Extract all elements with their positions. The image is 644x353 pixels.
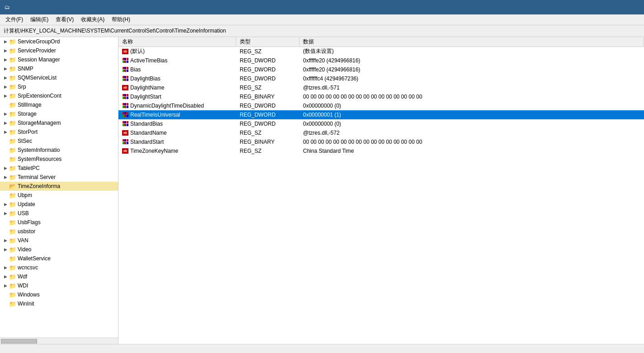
- menu-file[interactable]: 文件(F): [2, 15, 27, 24]
- table-row[interactable]: abDaylightNameREG_SZ@tzres.dll,-571: [118, 83, 644, 92]
- tree-expand-icon[interactable]: [2, 101, 9, 108]
- app-icon: 🗂: [4, 4, 11, 11]
- tree-item[interactable]: 📁usbstor: [0, 227, 118, 236]
- tree-item[interactable]: 📁WalletService: [0, 254, 118, 263]
- col-header-name[interactable]: 名称: [118, 37, 236, 47]
- tree-item[interactable]: ▶📁Storage: [0, 109, 118, 118]
- table-row[interactable]: ActiveTimeBiasREG_DWORD0xfffffe20 (42949…: [118, 56, 644, 65]
- col-header-type[interactable]: 类型: [236, 37, 299, 47]
- table-row[interactable]: DynamicDaylightTimeDisabledREG_DWORD0x00…: [118, 101, 644, 110]
- menu-view[interactable]: 查看(V): [52, 15, 77, 24]
- maximize-button[interactable]: [599, 0, 620, 14]
- folder-icon: 📁: [9, 138, 16, 144]
- tree-item[interactable]: ▶📁StorPort: [0, 127, 118, 136]
- tree-item[interactable]: 📁SystemResources: [0, 155, 118, 164]
- tree-item[interactable]: 📁Windows: [0, 290, 118, 299]
- address-path: 计算机\HKEY_LOCAL_MACHINE\SYSTEM\CurrentCon…: [4, 27, 226, 35]
- table-row[interactable]: RealTimeIsUniversalREG_DWORD0x00000001 (…: [118, 110, 644, 119]
- table-row[interactable]: abStandardNameREG_SZ@tzres.dll,-572: [118, 128, 644, 137]
- table-row[interactable]: DaylightBiasREG_DWORD0xffffffc4 (4294967…: [118, 74, 644, 83]
- tree-item[interactable]: ▶📁TabletPC: [0, 164, 118, 173]
- tree-expand-icon[interactable]: ▶: [2, 128, 9, 136]
- tree-expand-icon[interactable]: ▶: [2, 47, 9, 54]
- tree-container[interactable]: ▶📁ServiceGroupOrd▶📁ServiceProvider▶📁Sess…: [0, 37, 118, 338]
- tree-expand-icon[interactable]: [2, 137, 9, 145]
- tree-item-label: Ubpm: [18, 192, 32, 198]
- tree-expand-icon[interactable]: [2, 155, 9, 163]
- folder-icon: 📁: [9, 201, 16, 207]
- table-row[interactable]: BiasREG_DWORD0xfffffe20 (4294966816): [118, 65, 644, 74]
- tree-expand-icon[interactable]: ▶: [2, 174, 9, 181]
- tree-item-label: VAN: [18, 237, 28, 244]
- tree-expand-icon[interactable]: ▶: [2, 38, 9, 45]
- table-cell-name: abTimeZoneKeyName: [118, 146, 236, 155]
- folder-icon: 📁: [9, 38, 16, 45]
- tree-item[interactable]: 📁StSec: [0, 136, 118, 146]
- tree-expand-icon[interactable]: [2, 300, 9, 307]
- minimize-button[interactable]: [578, 0, 599, 14]
- menu-edit[interactable]: 编辑(E): [27, 15, 52, 24]
- tree-expand-icon[interactable]: ▶: [2, 92, 9, 99]
- tree-item[interactable]: 📁StillImage: [0, 100, 118, 109]
- tree-expand-icon[interactable]: ▶: [2, 74, 9, 81]
- tree-expand-icon[interactable]: ▶: [2, 273, 9, 280]
- tree-item[interactable]: ▶📁Srp: [0, 82, 118, 91]
- tree-item[interactable]: ▶📁SrpExtensionCont: [0, 91, 118, 100]
- tree-expand-icon[interactable]: ▶: [2, 246, 9, 253]
- tree-item[interactable]: ▶📁SQMServiceList: [0, 73, 118, 82]
- tree-item[interactable]: ▶📁WDI: [0, 281, 118, 290]
- tree-item[interactable]: 📁SystemInformatio: [0, 146, 118, 155]
- tree-item[interactable]: ▶📁StorageManagem: [0, 118, 118, 127]
- tree-expand-icon[interactable]: [2, 255, 9, 262]
- tree-item[interactable]: 📁UsbFlags: [0, 218, 118, 227]
- menu-favorites[interactable]: 收藏夹(A): [77, 15, 108, 24]
- tree-expand-icon[interactable]: ▶: [2, 56, 9, 63]
- tree-item[interactable]: ▶📁SNMP: [0, 64, 118, 73]
- tree-item[interactable]: ▶📁ServiceGroupOrd: [0, 37, 118, 46]
- tree-item[interactable]: ▶📁USB: [0, 209, 118, 218]
- table-body[interactable]: ab(默认)REG_SZ(数值未设置)ActiveTimeBiasREG_DWO…: [118, 47, 644, 344]
- folder-icon: 📁: [9, 129, 16, 135]
- tree-expand-icon[interactable]: ▶: [2, 282, 9, 289]
- tree-expand-icon[interactable]: [2, 291, 9, 298]
- table-row[interactable]: ab(默认)REG_SZ(数值未设置): [118, 47, 644, 56]
- tree-expand-icon[interactable]: ▶: [2, 110, 9, 118]
- reg-name-text: DaylightName: [130, 85, 164, 91]
- tree-item[interactable]: 📁Ubpm: [0, 191, 118, 200]
- col-header-data[interactable]: 数据: [299, 37, 644, 47]
- tree-hscroll[interactable]: [0, 338, 118, 344]
- tree-expand-icon[interactable]: ▶: [2, 119, 9, 127]
- tree-item[interactable]: ▶📁wcncsvc: [0, 263, 118, 272]
- tree-item-label: ServiceProvider: [18, 47, 56, 54]
- tree-expand-icon[interactable]: ▶: [2, 210, 9, 217]
- table-row[interactable]: StandardStartREG_BINARY00 00 00 00 00 00…: [118, 137, 644, 146]
- tree-item[interactable]: ▶📁ServiceProvider: [0, 46, 118, 55]
- tree-expand-icon[interactable]: [2, 183, 9, 190]
- table-row[interactable]: abTimeZoneKeyNameREG_SZChina Standard Ti…: [118, 146, 644, 155]
- tree-item[interactable]: ▶📁VAN: [0, 236, 118, 245]
- hscroll-thumb[interactable]: [1, 339, 37, 344]
- table-row[interactable]: StandardBiasREG_DWORD0x00000000 (0): [118, 119, 644, 128]
- table-row[interactable]: DaylightStartREG_BINARY00 00 00 00 00 00…: [118, 92, 644, 101]
- tree-expand-icon[interactable]: [2, 146, 9, 154]
- tree-expand-icon[interactable]: [2, 192, 9, 199]
- tree-expand-icon[interactable]: [2, 219, 9, 226]
- tree-expand-icon[interactable]: [2, 228, 9, 235]
- tree-expand-icon[interactable]: ▶: [2, 264, 9, 271]
- tree-item[interactable]: ▶📁Session Manager: [0, 55, 118, 64]
- tree-item[interactable]: ▶📁Update: [0, 200, 118, 209]
- tree-item[interactable]: 📂TimeZoneInforma: [0, 182, 118, 191]
- tree-item[interactable]: 📁WinInit: [0, 299, 118, 308]
- tree-expand-icon[interactable]: ▶: [2, 237, 9, 244]
- tree-item[interactable]: ▶📁Terminal Server: [0, 173, 118, 182]
- close-button[interactable]: [620, 0, 640, 14]
- folder-icon: 📁: [9, 174, 16, 180]
- tree-expand-icon[interactable]: ▶: [2, 65, 9, 72]
- tree-item[interactable]: ▶📁Video: [0, 245, 118, 254]
- tree-expand-icon[interactable]: ▶: [2, 165, 9, 172]
- tree-expand-icon[interactable]: ▶: [2, 83, 9, 90]
- right-panel: 名称 类型 数据 ab(默认)REG_SZ(数值未设置)ActiveTimeBi…: [118, 37, 644, 344]
- menu-help[interactable]: 帮助(H): [108, 15, 134, 24]
- tree-item[interactable]: ▶📁Wdf: [0, 272, 118, 281]
- tree-expand-icon[interactable]: ▶: [2, 201, 9, 208]
